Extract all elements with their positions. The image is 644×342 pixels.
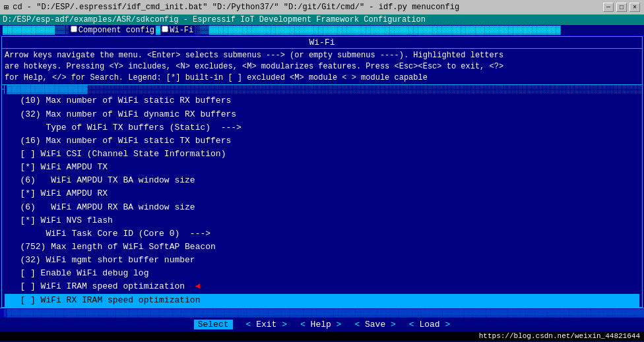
nav-border-right: ░▒▒▓▓▓▓▓▓▓▓▓▓▓▓▓▓▓▓▓▓▓▓▓▓▓▓▓▓▓▓▓▓▓▓▓▓▓▓▓… — [195, 26, 561, 35]
action-exit[interactable]: < Exit > — [246, 320, 287, 329]
maximize-button[interactable]: □ — [616, 3, 627, 12]
menu-line-11[interactable]: (752) Max length of WiFi SoftAP Beacon — [5, 241, 639, 254]
nav-component-config[interactable]: Component config — [71, 26, 154, 35]
terminal: D:/ESP/esp-adf/examples/ASR/sdkconfig - … — [0, 14, 644, 342]
info-line-1: Arrow keys navigate the menu. <Enter> se… — [5, 50, 639, 61]
path-bar: D:/ESP/esp-adf/examples/ASR/sdkconfig - … — [0, 14, 644, 25]
menu-line-2[interactable]: Type of WiFi TX buffers (Static) ---> — [5, 121, 639, 134]
nav-bar: ▓▓▓▓▓▓▓▓▓▓▓▒▒░ Component config ▓ Wi-Fi … — [0, 25, 644, 36]
bottom-scroll-text: ║▓▓▓▓▓▓▓▓▓▓▓▓▓▓▓▓▓▓▓▓▓▓▓▓▓▓▓▓▓▓▓▓▓▓▓▓▓▓▓… — [3, 309, 644, 317]
menu-line-15[interactable]: [ ] WiFi RX IRAM speed optimization — [5, 294, 639, 307]
title-bar-text: cd - "D:/ESP/.espressif/idf_cmd_init.bat… — [13, 3, 459, 12]
action-select[interactable]: Select — [194, 320, 233, 329]
bottom-border: ║▓▓▓▓▓▓▓▓▓▓▓▓▓▓▓▓▓▓▓▓▓▓▓▓▓▓▓▓▓▓▓▓▓▓▓▓▓▓▓… — [0, 308, 644, 318]
action-bar: Select < Exit > < Help > < Save > < Load… — [0, 318, 644, 331]
menu-line-0[interactable]: (10) Max number of WiFi static RX buffer… — [5, 94, 639, 107]
status-bar: https://blog.csdn.net/weixin_44821644 — [0, 331, 644, 341]
menu-line-1[interactable]: (32) Max number of WiFi dynamic RX buffe… — [5, 108, 639, 121]
title-bar-controls: ─ □ × — [603, 3, 640, 12]
menu-line-3[interactable]: (16) Max number of WiFi static TX buffer… — [5, 134, 639, 148]
action-save[interactable]: < Save > — [354, 320, 395, 329]
menu-line-14[interactable]: [ ] WiFi IRAM speed optimization ◄ — [5, 280, 639, 293]
menu-content[interactable]: (10) Max number of WiFi static RX buffer… — [2, 94, 642, 306]
minimize-button[interactable]: ─ — [603, 3, 614, 12]
nav-wifi[interactable]: Wi-Fi — [162, 26, 193, 35]
border-line-top: ┤▓▓▓▓▓▓▓▓▓▓▓▓▓▓▓▓▓░░░░░░░░░░░░░░░░░░░░░░… — [2, 85, 642, 94]
menu-line-6[interactable]: (6) WiFi AMPDU TX BA window size — [5, 174, 639, 187]
select-label[interactable]: Select — [194, 320, 233, 329]
menu-line-7[interactable]: [*] WiFi AMPDU RX — [5, 187, 639, 200]
border-decorator: ┤▓▓▓▓▓▓▓▓▓▓▓▓▓▓▓▓▓░░░░░░░░░░░░░░░░░░░░░░… — [2, 85, 642, 94]
title-bar-left: ⊞ cd - "D:/ESP/.espressif/idf_cmd_init.b… — [4, 3, 459, 13]
nav-separator: ▓ — [156, 26, 160, 35]
menu-line-8[interactable]: (6) WiFi AMPDU RX BA window size — [5, 201, 639, 214]
menu-line-12[interactable]: (32) WiFi mgmt short buffer number — [5, 254, 639, 267]
nav-border-left: ▓▓▓▓▓▓▓▓▓▓▓▒▒░ — [3, 26, 69, 35]
nav-checkbox-2[interactable] — [162, 26, 168, 32]
nav-checkbox-1[interactable] — [71, 26, 77, 32]
menu-line-10[interactable]: WiFi Task Core ID (Core 0) ---> — [5, 227, 639, 241]
wifi-title-text: Wi-Fi — [309, 38, 335, 47]
info-line-2: are hotkeys. Pressing <Y> includes, <N> … — [5, 61, 639, 72]
wifi-title: Wi-Fi — [1, 36, 643, 48]
action-load[interactable]: < Load > — [409, 320, 450, 329]
info-line-3: for Help, </> for Search. Legend: [*] bu… — [5, 72, 639, 84]
main-box: Arrow keys navigate the menu. <Enter> se… — [1, 48, 643, 308]
close-button[interactable]: × — [629, 3, 640, 12]
menu-line-4[interactable]: [ ] WiFi CSI (Channel State Information) — [5, 148, 639, 161]
title-bar: ⊞ cd - "D:/ESP/.espressif/idf_cmd_init.b… — [0, 0, 644, 14]
menu-line-13[interactable]: [ ] Enable WiFi debug log — [5, 267, 639, 280]
info-area: Arrow keys navigate the menu. <Enter> se… — [2, 49, 642, 85]
status-url: https://blog.csdn.net/weixin_44821644 — [479, 332, 640, 340]
app-icon: ⊞ — [4, 3, 9, 13]
path-text: D:/ESP/esp-adf/examples/ASR/sdkconfig - … — [3, 15, 426, 24]
arrow-icon-14: ◄ — [195, 281, 201, 291]
menu-line-9[interactable]: [*] WiFi NVS flash — [5, 214, 639, 227]
menu-line-5[interactable]: [*] WiFi AMPDU TX — [5, 161, 639, 174]
action-help[interactable]: < Help > — [300, 320, 341, 329]
